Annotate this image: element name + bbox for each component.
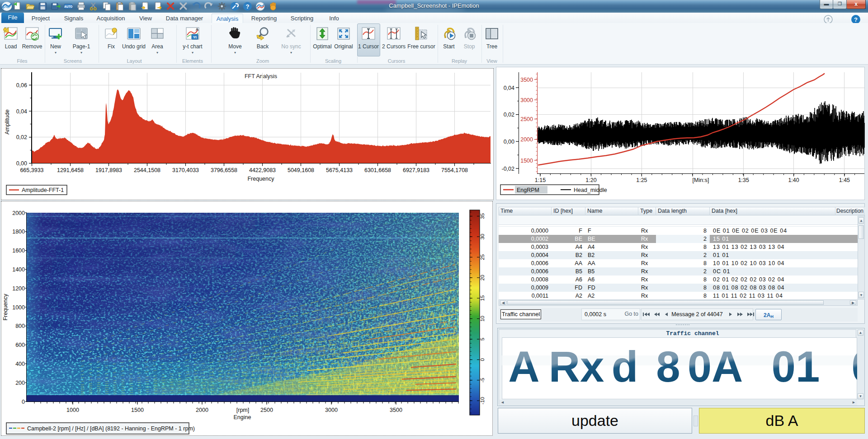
- svg-text:A: A: [508, 342, 539, 391]
- svg-text:2500: 2500: [520, 116, 533, 122]
- svg-text:6301,6658: 6301,6658: [364, 167, 391, 173]
- svg-text:Amplitude-FFT-1: Amplitude-FFT-1: [22, 187, 64, 193]
- svg-text:1291,6458: 1291,6458: [57, 167, 84, 173]
- svg-text:Head_middle: Head_middle: [574, 187, 607, 193]
- svg-text:Frequency: Frequency: [2, 294, 9, 321]
- svg-text:2500: 2500: [260, 407, 273, 413]
- svg-text:2000: 2000: [12, 210, 25, 216]
- svg-text:-10: -10: [480, 397, 485, 405]
- svg-text:1:25: 1:25: [636, 177, 647, 183]
- svg-text:0: 0: [480, 358, 485, 361]
- svg-text:Engine: Engine: [234, 414, 251, 420]
- svg-text:1500: 1500: [131, 407, 144, 413]
- svg-text:-0,02: -0,02: [502, 166, 515, 172]
- svg-text:200: 200: [15, 380, 25, 386]
- svg-text:10: 10: [480, 316, 485, 322]
- svg-text:665,3933: 665,3933: [20, 167, 43, 173]
- svg-text:1400: 1400: [12, 266, 25, 273]
- svg-text:[rpm]: [rpm]: [236, 407, 249, 413]
- svg-text:?: ?: [854, 16, 858, 23]
- svg-text:0A: 0A: [688, 342, 743, 391]
- svg-text:3796,6558: 3796,6558: [211, 167, 237, 173]
- svg-text:3170,4033: 3170,4033: [172, 167, 199, 173]
- svg-text:1600: 1600: [12, 248, 25, 254]
- svg-text:FFT Analysis: FFT Analysis: [245, 73, 277, 79]
- svg-text:5049,1608: 5049,1608: [288, 167, 314, 173]
- svg-text:1500: 1500: [520, 158, 533, 164]
- svg-text:0,02: 0,02: [504, 112, 514, 118]
- svg-text:Frequency: Frequency: [247, 176, 274, 182]
- svg-text:6927,9183: 6927,9183: [403, 167, 429, 173]
- svg-text:0,00: 0,00: [16, 160, 27, 167]
- svg-text:01: 01: [772, 342, 820, 391]
- svg-text:0,00: 0,00: [504, 139, 514, 145]
- svg-text:2000: 2000: [196, 407, 208, 413]
- svg-text:0,04: 0,04: [504, 85, 514, 91]
- svg-text:400: 400: [15, 361, 25, 367]
- svg-text:15: 15: [480, 295, 485, 301]
- svg-text:d: d: [612, 342, 638, 391]
- svg-text:600: 600: [15, 342, 25, 348]
- svg-text:25: 25: [480, 254, 485, 260]
- svg-text:0,06: 0,06: [16, 82, 27, 89]
- svg-text:1200: 1200: [12, 285, 25, 292]
- svg-text:4422,9083: 4422,9083: [249, 167, 276, 173]
- svg-text:0,02: 0,02: [16, 134, 27, 140]
- svg-text:0: 0: [851, 342, 857, 391]
- svg-text:3000: 3000: [325, 407, 338, 413]
- svg-text:1:20: 1:20: [585, 177, 596, 183]
- svg-text:1:35: 1:35: [738, 177, 749, 183]
- svg-text:1917,8983: 1917,8983: [95, 167, 122, 173]
- svg-text:3000: 3000: [520, 97, 533, 103]
- svg-text:Amplitude: Amplitude: [4, 109, 10, 135]
- svg-text:1:40: 1:40: [788, 177, 799, 183]
- svg-text:1800: 1800: [12, 229, 25, 235]
- svg-text:2000: 2000: [520, 136, 533, 143]
- svg-text:20: 20: [480, 275, 485, 280]
- svg-text:0: 0: [22, 399, 25, 405]
- svg-text:Rx: Rx: [549, 342, 604, 391]
- svg-text:1:45: 1:45: [839, 177, 850, 183]
- svg-text:Yt: Yt: [193, 35, 197, 39]
- svg-text:30: 30: [480, 234, 485, 240]
- svg-text:0,04: 0,04: [16, 108, 27, 115]
- svg-text:3500: 3500: [390, 407, 402, 413]
- svg-text:1000: 1000: [12, 304, 25, 311]
- svg-text:2544,1508: 2544,1508: [134, 167, 160, 173]
- svg-text:A: A: [196, 27, 199, 32]
- svg-text:7554,1708: 7554,1708: [441, 167, 468, 173]
- svg-text:3500: 3500: [520, 77, 533, 83]
- svg-text:5: 5: [480, 338, 485, 341]
- svg-text:-5: -5: [480, 378, 485, 383]
- svg-text:1:15: 1:15: [535, 177, 546, 183]
- svg-text:5675,4133: 5675,4133: [326, 167, 353, 173]
- svg-text:800: 800: [15, 323, 25, 329]
- svg-text:[Min:s]: [Min:s]: [693, 177, 709, 183]
- svg-text:1000: 1000: [66, 407, 79, 413]
- svg-text:35: 35: [480, 213, 485, 219]
- svg-text:EngRPM: EngRPM: [517, 187, 539, 193]
- svg-text:Campbell-2 [rpm] / [Hz] / [dBA: Campbell-2 [rpm] / [Hz] / [dBA] (8192 - …: [27, 425, 195, 432]
- svg-text:8: 8: [656, 342, 680, 391]
